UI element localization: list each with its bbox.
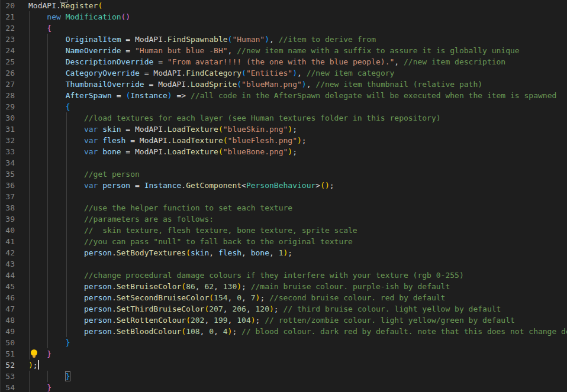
code-token: (	[186, 248, 191, 257]
line-number[interactable]: 51	[0, 348, 15, 359]
code-line[interactable]: 51 }	[0, 348, 567, 359]
line-number[interactable]: 28	[0, 90, 15, 101]
line-number[interactable]: 36	[0, 180, 15, 191]
code-line[interactable]: 21 new Modification()	[0, 11, 567, 22]
code-line[interactable]: 49 person.SetBloodColour(108, 0, 4); // …	[0, 326, 567, 337]
line-number[interactable]: 34	[0, 157, 15, 169]
line-number[interactable]: 35	[0, 169, 15, 180]
line-number[interactable]: 46	[0, 292, 15, 303]
line-number[interactable]: 53	[0, 371, 15, 382]
line-number[interactable]: 25	[0, 56, 15, 67]
line-number[interactable]: 37	[0, 191, 15, 202]
code-line[interactable]: 22 {	[0, 22, 567, 34]
code-token: CategoryOverride	[66, 69, 140, 77]
line-number[interactable]: 32	[0, 135, 15, 146]
line-number[interactable]: 21	[0, 11, 15, 22]
line-number[interactable]: 44	[0, 270, 15, 281]
line-number[interactable]: 45	[0, 281, 15, 292]
code-line[interactable]: 24 NameOverride = "Human but blue -BH", …	[0, 45, 567, 56]
line-number[interactable]: 52	[0, 359, 15, 371]
code-line[interactable]: 54 }	[0, 382, 567, 392]
code-line[interactable]: 30 //load textures for each layer (see H…	[0, 112, 567, 124]
code-line[interactable]: 40 // skin texture, flesh texture, bone …	[0, 225, 567, 236]
code-line[interactable]: 53 }	[0, 371, 567, 382]
code-line[interactable]: 43	[0, 258, 567, 270]
indent-guide	[29, 348, 30, 359]
line-number[interactable]: 38	[0, 202, 15, 213]
code-line[interactable]: 32 var flesh = ModAPI.LoadTexture("blueF…	[0, 135, 567, 146]
line-number[interactable]: 42	[0, 247, 15, 258]
code-token	[28, 181, 84, 190]
lightbulb-icon[interactable]	[30, 349, 38, 358]
code-token: {	[47, 24, 51, 33]
code-line[interactable]: 52);	[0, 359, 567, 371]
code-line-content: var person = Instance.GetComponent<Perso…	[28, 180, 334, 191]
code-line-content: //load textures for each layer (see Huma…	[28, 112, 441, 124]
code-line[interactable]: 28 AfterSpawn = (Instance) => //all code…	[0, 90, 567, 101]
code-token: ;	[260, 293, 269, 302]
code-line[interactable]: 33 var bone = ModAPI.LoadTexture("blueBo…	[0, 146, 567, 157]
code-token: = ModAPI.	[140, 69, 186, 77]
indent-guide	[47, 79, 48, 90]
code-line[interactable]: 27 ThumbnailOverride = ModAPI.LoadSprite…	[0, 79, 567, 90]
code-token: =>	[172, 91, 191, 100]
code-token	[28, 125, 84, 134]
line-number[interactable]: 29	[0, 101, 15, 112]
line-number[interactable]: 50	[0, 337, 15, 348]
code-token: ;	[33, 361, 38, 370]
code-line[interactable]: 39 //parameters are as follows:	[0, 213, 567, 225]
line-number[interactable]: 39	[0, 213, 15, 225]
code-editor[interactable]: 20ModAPI.Register(21 new Modification()2…	[0, 0, 567, 392]
line-number[interactable]: 33	[0, 146, 15, 157]
line-number[interactable]: 26	[0, 67, 15, 79]
code-line[interactable]: 50 }	[0, 337, 567, 348]
line-number[interactable]: 22	[0, 22, 15, 34]
code-line[interactable]: 38 //use the helper function to set each…	[0, 202, 567, 213]
code-token: person	[84, 327, 112, 336]
code-line[interactable]: 47 person.SetThirdBruiseColor(207, 206, …	[0, 303, 567, 315]
code-line[interactable]: 36 var person = Instance.GetComponent<Pe…	[0, 180, 567, 191]
code-line[interactable]: 31 var skin = ModAPI.LoadTexture("blueSk…	[0, 124, 567, 135]
code-token: ,	[269, 35, 279, 44]
code-token: person	[84, 282, 112, 291]
line-number[interactable]: 31	[0, 124, 15, 135]
line-number[interactable]: 27	[0, 79, 15, 90]
line-number[interactable]: 20	[0, 0, 15, 11]
code-line[interactable]: 37	[0, 191, 567, 202]
indent-guide	[47, 315, 48, 326]
code-line-content: DescriptionOverride = "From avatar!!!! (…	[28, 56, 505, 67]
code-line[interactable]: 25 DescriptionOverride = "From avatar!!!…	[0, 56, 567, 67]
line-number[interactable]: 49	[0, 326, 15, 337]
line-number[interactable]: 40	[0, 225, 15, 236]
code-token: (	[181, 327, 186, 336]
line-number[interactable]: 30	[0, 112, 15, 124]
indent-guide	[29, 292, 30, 303]
indent-guide	[29, 236, 30, 247]
code-line[interactable]: 26 CategoryOverride = ModAPI.FindCategor…	[0, 67, 567, 79]
line-number[interactable]: 41	[0, 236, 15, 247]
code-line[interactable]: 46 person.SetSecondBruiseColor(154, 0, 7…	[0, 292, 567, 303]
code-token: SetSecondBruiseColor	[117, 293, 210, 302]
code-line[interactable]: 34	[0, 157, 567, 169]
code-line[interactable]: 20ModAPI.Register(	[0, 0, 567, 11]
code-line[interactable]: 35 //get person	[0, 169, 567, 180]
line-number[interactable]: 54	[0, 382, 15, 392]
code-line[interactable]: 23 OriginalItem = ModAPI.FindSpawnable("…	[0, 34, 567, 45]
line-number[interactable]: 47	[0, 303, 15, 315]
code-token: "blueBone.png"	[223, 147, 288, 156]
indent-guide	[66, 315, 67, 326]
code-token: //new item thumbnail (relative path)	[315, 80, 482, 89]
code-line[interactable]: 29 {	[0, 101, 567, 112]
code-token: 0	[209, 327, 214, 336]
line-number[interactable]: 24	[0, 45, 15, 56]
code-line[interactable]: 45 person.SetBruiseColor(86, 62, 130); /…	[0, 281, 567, 292]
line-number[interactable]: 48	[0, 315, 15, 326]
code-line[interactable]: 44 //change procedural damage colours if…	[0, 270, 567, 281]
code-line-content: //you can pass "null" to fall back to th…	[28, 236, 353, 247]
code-line[interactable]: 41 //you can pass "null" to fall back to…	[0, 236, 567, 247]
code-line-content: person.SetBruiseColor(86, 62, 130); //ma…	[28, 281, 450, 292]
code-line[interactable]: 42 person.SetBodyTextures(skin, flesh, b…	[0, 247, 567, 258]
line-number[interactable]: 23	[0, 34, 15, 45]
code-line[interactable]: 48 person.SetRottenColour(202, 199, 104)…	[0, 315, 567, 326]
line-number[interactable]: 43	[0, 258, 15, 270]
